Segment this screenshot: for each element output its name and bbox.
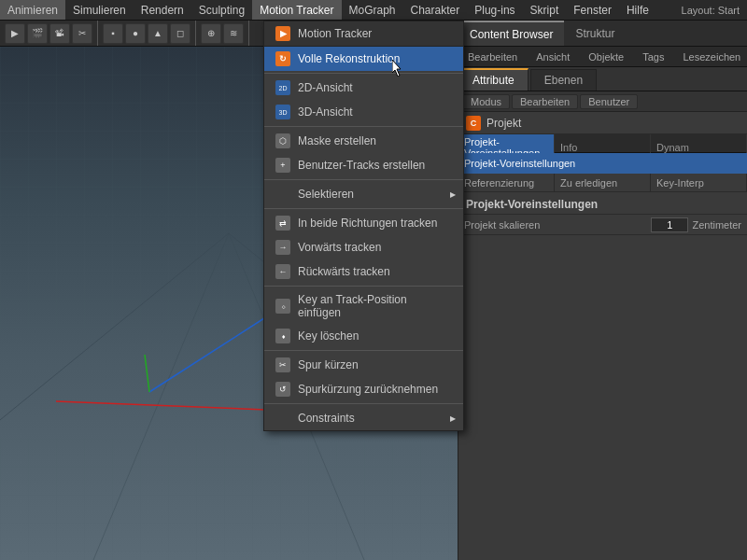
toolbar-btn-cube[interactable]: ▪ <box>103 23 123 44</box>
tab-content-browser[interactable]: Content Browser <box>458 21 564 46</box>
separator-5 <box>264 286 463 287</box>
menu-item-plugins[interactable]: Plug-ins <box>467 0 522 20</box>
menu-item-animieren[interactable]: Animieren <box>0 0 65 20</box>
tab-ebenen[interactable]: Ebenen <box>530 69 597 91</box>
dropdown-header: ▶ Motion Tracker <box>264 21 463 47</box>
toolbar-btn-deform[interactable]: ≋ <box>223 23 244 44</box>
selektieren-icon <box>275 187 290 202</box>
volle-rekonstruktion-icon: ↻ <box>275 51 290 66</box>
separator-6 <box>264 350 463 351</box>
menu-item-fenster[interactable]: Fenster <box>566 0 619 20</box>
rp-menu-bearbeiten[interactable]: Bearbeiten <box>458 49 527 64</box>
vorwaerts-label: Vorwärts tracken <box>298 241 381 254</box>
toolbar-btn-film[interactable]: 🎬 <box>27 23 48 44</box>
3d-ansicht-label: 3D-Ansicht <box>298 105 353 119</box>
beide-richtungen-icon: ⇄ <box>275 216 290 231</box>
spurkuerzung-zurueck-label: Spurkürzung zurücknehmen <box>298 383 438 396</box>
separator-4 <box>264 208 463 209</box>
constraints-icon <box>275 411 290 426</box>
attr-sub-toolbar: Modus Bearbeiten Benutzer <box>458 91 747 112</box>
right-panel-toolbar: Bearbeiten Ansicht Objekte Tags Lesezeic… <box>458 47 747 67</box>
separator-1 <box>264 73 463 74</box>
attr-btn-modus[interactable]: Modus <box>462 94 510 109</box>
menu-item-skript[interactable]: Skript <box>523 0 567 20</box>
dropdown-item-constraints[interactable]: Constraints <box>264 406 463 430</box>
3d-ansicht-icon: 3D <box>275 105 290 119</box>
dropdown-menu: ▶ Motion Tracker ↻ Volle Rekonstruktion … <box>263 21 464 431</box>
benutzer-tracks-icon: + <box>275 158 290 173</box>
tab-attribute[interactable]: Attribute <box>458 68 529 91</box>
dropdown-item-spurkuerzung-zurueck[interactable]: ↺ Spurkürzung zurücknehmen <box>264 377 463 401</box>
maske-icon: ⬡ <box>275 133 290 148</box>
toolbar-btn-cut[interactable]: ✂ <box>72 23 92 44</box>
toolbar-btn-cone[interactable]: ▲ <box>148 23 168 44</box>
dropdown-item-beide-richtungen[interactable]: ⇄ In beide Richtungen tracken <box>264 211 463 235</box>
rp-menu-tags[interactable]: Tags <box>633 49 673 64</box>
projekt-label: Projekt <box>486 117 521 130</box>
dropdown-item-volle-rekonstruktion[interactable]: ↻ Volle Rekonstruktion <box>264 47 463 71</box>
attribute-tabs: Attribute Ebenen <box>458 67 747 91</box>
attr-btn-benutzer[interactable]: Benutzer <box>580 94 638 109</box>
projekt-vor-section-title: Projekt-Voreinstellungen <box>458 192 747 215</box>
dropdown-header-item: ▶ Motion Tracker <box>264 21 463 46</box>
spur-kuerzen-icon: ✂ <box>275 357 290 372</box>
toolbar-btn-select[interactable]: ⊕ <box>201 23 221 44</box>
menu-item-motion-tracker[interactable]: Motion Tracker <box>252 0 341 20</box>
layout-label: Layout: Start <box>674 3 747 18</box>
dropdown-item-rueckwaerts[interactable]: ← Rückwärts tracken <box>264 259 463 284</box>
projekt-vor-row-label: Projekt-Voreinstellungen <box>464 158 575 169</box>
dropdown-item-3d-ansicht[interactable]: 3D 3D-Ansicht <box>264 100 463 124</box>
dropdown-header-label: Motion Tracker <box>298 27 372 40</box>
ps-label: Projekt skalieren <box>464 219 651 231</box>
rp-menu-objekte[interactable]: Objekte <box>579 49 633 64</box>
content-browser-bar: Content Browser Struktur <box>458 21 747 47</box>
ps-value-input[interactable] <box>651 217 688 232</box>
projekt-vor-selected-row[interactable]: Projekt-Voreinstellungen <box>458 153 747 174</box>
menu-item-hilfe[interactable]: Hilfe <box>619 0 656 20</box>
toolbar-btn-sphere[interactable]: ● <box>125 23 146 44</box>
rp-menu-ansicht[interactable]: Ansicht <box>527 49 579 64</box>
spurkuerzung-zurueck-icon: ↺ <box>275 382 290 397</box>
dropdown-item-maske-erstellen[interactable]: ⬡ Maske erstellen <box>264 129 463 153</box>
attr-table-header: Projekt-Voreinstellungen Info Dynam <box>458 134 747 153</box>
2d-ansicht-icon: 2D <box>275 80 290 95</box>
referenz-cell-2: Key-Interp <box>651 174 747 191</box>
attr-btn-bearbeiten[interactable]: Bearbeiten <box>512 94 578 109</box>
volle-rekonstruktion-label: Volle Rekonstruktion <box>298 52 400 65</box>
selektieren-label: Selektieren <box>298 188 354 201</box>
projekt-skalieren-row: Projekt skalieren Zentimeter <box>458 215 747 235</box>
dropdown-item-benutzer-tracks[interactable]: + Benutzer-Tracks erstellen <box>264 153 463 177</box>
menu-bar: Animieren Simulieren Rendern Sculpting M… <box>0 0 747 21</box>
separator-3 <box>264 179 463 180</box>
dropdown-item-spur-kuerzen[interactable]: ✂ Spur kürzen <box>264 353 463 377</box>
tab-struktur[interactable]: Struktur <box>564 21 626 46</box>
menu-item-sculpting[interactable]: Sculpting <box>191 0 252 20</box>
beide-richtungen-label: In beide Richtungen tracken <box>298 217 437 230</box>
menu-item-simulieren[interactable]: Simulieren <box>65 0 134 20</box>
rp-menu-lesezeichen[interactable]: Lesezeichen <box>673 49 747 64</box>
key-einfuegen-icon: ⬦ <box>275 299 290 314</box>
right-panel: Bearbeiten Ansicht Objekte Tags Lesezeic… <box>458 47 747 560</box>
separator-2 <box>264 126 463 127</box>
toolbar-btn-plane[interactable]: ◻ <box>170 23 190 44</box>
toolbar-section-tools: ⊕ ≋ <box>196 21 249 46</box>
key-loeschen-label: Key löschen <box>298 329 359 343</box>
dropdown-item-selektieren[interactable]: Selektieren <box>264 182 463 206</box>
spur-kuerzen-label: Spur kürzen <box>298 358 359 371</box>
toolbar-btn-play[interactable]: ▶ <box>5 23 25 44</box>
2d-ansicht-label: 2D-Ansicht <box>298 81 353 94</box>
menu-item-rendern[interactable]: Rendern <box>134 0 191 20</box>
toolbar-btn-film2[interactable]: 📽 <box>49 23 70 44</box>
projekt-icon: C <box>466 116 481 131</box>
menu-item-mograph[interactable]: MoGraph <box>342 0 403 20</box>
constraints-label: Constraints <box>298 412 355 425</box>
dropdown-item-vorwaerts[interactable]: → Vorwärts tracken <box>264 235 463 259</box>
menu-item-charakter[interactable]: Charakter <box>403 0 468 20</box>
dropdown-item-key-einfuegen[interactable]: ⬦ Key an Track-Position einfügen <box>264 288 463 324</box>
separator-7 <box>264 403 463 404</box>
projekt-row: C Projekt <box>458 112 747 134</box>
dropdown-item-2d-ansicht[interactable]: 2D 2D-Ansicht <box>264 76 463 100</box>
referenz-row: Referenzierung Zu erledigen Key-Interp <box>458 174 747 192</box>
dropdown-item-key-loeschen[interactable]: ⬧ Key löschen <box>264 324 463 348</box>
maske-erstellen-label: Maske erstellen <box>298 134 376 147</box>
